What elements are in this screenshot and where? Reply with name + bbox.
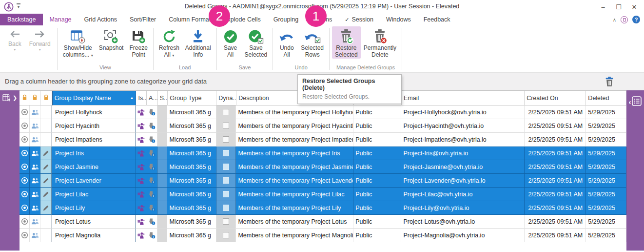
forward-button[interactable]: Forward ▾ [25, 26, 55, 52]
row-edit-pencil-icon[interactable] [42, 205, 49, 211]
column-header-group-display-name[interactable]: Group Display Name▲ [52, 91, 137, 105]
freeze-point-button[interactable]: Freeze Point [126, 26, 150, 59]
row-target-icon[interactable] [21, 190, 28, 198]
additional-info-loaded-icon: i [148, 149, 156, 157]
additional-info-button[interactable]: Additional Info [182, 26, 214, 59]
dynamic-membership-checkbox[interactable] [223, 205, 229, 211]
session-badge-icon[interactable] [621, 16, 628, 23]
permanently-delete-button[interactable]: Permanently Delete [361, 26, 399, 59]
teams-group-icon [137, 218, 145, 225]
table-row[interactable]: Project JasmineiMicrosoft 365 gMembers o… [20, 160, 626, 174]
save-selected-button[interactable]: Save Selected [242, 26, 271, 59]
save-all-button[interactable]: Save All [219, 26, 242, 59]
row-target-icon[interactable] [21, 218, 28, 225]
table-row[interactable]: Project LotusiMicrosoft 365 gMembers of … [20, 215, 626, 229]
dynamic-membership-checkbox[interactable] [223, 218, 229, 225]
row-members-icon[interactable] [31, 177, 39, 184]
row-target-icon[interactable] [21, 204, 28, 211]
column-header-is[interactable]: Is... [136, 91, 147, 105]
cell-group-display-name: Project Jasmine [52, 160, 136, 174]
row-members-icon[interactable] [31, 205, 39, 211]
cell-icon [223, 164, 229, 170]
row-target-icon[interactable] [21, 231, 28, 239]
refresh-all-button[interactable]: Refresh All ▾ [156, 26, 182, 60]
dynamic-membership-checkbox[interactable] [223, 123, 229, 129]
collapse-ribbon-icon[interactable]: ∧ [613, 17, 616, 22]
row-members-icon[interactable] [31, 218, 39, 225]
table-row[interactable]: Project IrisiMicrosoft 365 gMembers of t… [20, 147, 626, 160]
table-row[interactable]: Project LavenderiMicrosoft 365 gMembers … [20, 174, 626, 188]
undo-all-button[interactable]: Undo All [275, 26, 298, 59]
row-edit-pencil-icon[interactable] [42, 164, 49, 170]
column-header-email[interactable]: Email [402, 91, 525, 105]
dynamic-membership-checkbox[interactable] [223, 177, 229, 184]
back-button[interactable]: Back ▾ [4, 26, 25, 52]
row-members-icon[interactable] [31, 150, 39, 156]
lock-column-header-3[interactable] [40, 91, 52, 105]
tab-label: Grouping [273, 16, 298, 23]
cell-icon [223, 150, 229, 156]
close-button[interactable]: ✕ [626, 0, 642, 14]
row-members-icon[interactable] [31, 136, 39, 143]
snapshot-button[interactable]: Snapshot [96, 26, 127, 52]
undo-selected-rows-button[interactable]: Selected Rows [298, 26, 327, 59]
flyout-list-icon[interactable] [632, 96, 642, 107]
restore-selected-button[interactable]: Restore Selected [332, 26, 361, 59]
dynamic-membership-checkbox[interactable] [223, 150, 229, 156]
dynamic-membership-checkbox[interactable] [223, 232, 229, 238]
tab-sort-filter[interactable]: Sort/Filter [123, 14, 162, 25]
row-edit-pencil-icon[interactable] [42, 150, 49, 157]
table-row[interactable]: Project ImpatiensiMicrosoft 365 gMembers… [20, 133, 626, 147]
row-members-icon[interactable] [31, 191, 39, 197]
row-members-icon[interactable] [31, 109, 39, 115]
table-row[interactable]: Project HollyhockiMicrosoft 365 gMembers… [20, 105, 626, 119]
column-header-s[interactable]: S... [158, 91, 168, 105]
row-members-icon[interactable] [31, 164, 39, 170]
column-header-dynamic[interactable]: Dyna... [216, 91, 236, 105]
lock-column-header-2[interactable] [30, 91, 41, 105]
dynamic-membership-checkbox[interactable] [223, 109, 229, 115]
row-target-icon[interactable] [21, 122, 28, 129]
column-header-deleted[interactable]: Deleted [586, 91, 626, 105]
row-members-icon[interactable] [31, 123, 39, 129]
refresh-label-2: All [164, 51, 170, 58]
grouping-trash-icon[interactable] [604, 76, 615, 89]
permanently-delete-label-1: Permanently [364, 44, 396, 51]
row-edit-pencil-icon[interactable] [42, 191, 49, 198]
table-row[interactable]: Project LilyiMicrosoft 365 gMembers of t… [20, 201, 626, 215]
row-target-icon[interactable] [21, 177, 28, 184]
grid-right-flyout[interactable]: ‹ [626, 90, 644, 251]
tab-grid-actions[interactable]: Grid Actions [78, 14, 123, 25]
show-hide-columns-button[interactable]: Show/Hide columns... ▾ [60, 26, 96, 60]
minimize-button[interactable]: – [595, 0, 611, 14]
dynamic-membership-checkbox[interactable] [223, 136, 229, 143]
tab-windows[interactable]: Windows [380, 14, 417, 25]
table-row[interactable]: Project LilaciMicrosoft 365 gMembers of … [20, 188, 626, 201]
cell [40, 147, 52, 160]
tab-backstage[interactable]: Backstage [0, 14, 43, 25]
table-row[interactable]: Project HyacinthiMicrosoft 365 gMembers … [20, 119, 626, 133]
tab-manage[interactable]: Manage [43, 14, 78, 25]
row-target-icon[interactable] [21, 163, 28, 170]
lock-column-header-1[interactable] [20, 91, 30, 105]
tab-session[interactable]: ✓Session [338, 14, 380, 25]
column-header-a[interactable]: A... [147, 91, 158, 105]
tab-grouping[interactable]: Grouping [267, 14, 305, 25]
flyout-chevron-icon[interactable]: ‹ [629, 98, 631, 106]
row-members-icon[interactable] [31, 232, 39, 238]
row-target-icon[interactable] [21, 108, 28, 116]
help-icon[interactable]: ? [632, 16, 640, 23]
column-header-created-on[interactable]: Created On [525, 91, 586, 105]
table-row[interactable]: Project MagnoliaiMicrosoft 365 gMembers … [20, 229, 626, 242]
column-header-group-type[interactable]: Group Type [168, 91, 216, 105]
dynamic-membership-checkbox[interactable] [223, 191, 229, 197]
grid-actions-corner-icon[interactable]: ❯ [0, 90, 20, 105]
dynamic-membership-checkbox[interactable] [223, 164, 229, 170]
row-edit-pencil-icon[interactable] [42, 177, 49, 184]
grid-left-panel[interactable]: ❯ [0, 90, 20, 251]
data-grid: ❯ Group Display Name▲Is...A...S...Group … [0, 90, 644, 251]
row-target-icon[interactable] [21, 136, 28, 143]
tab-feedback[interactable]: Feedback [417, 14, 457, 25]
maximize-button[interactable]: ☐ [611, 0, 626, 14]
row-target-icon[interactable] [21, 149, 28, 157]
